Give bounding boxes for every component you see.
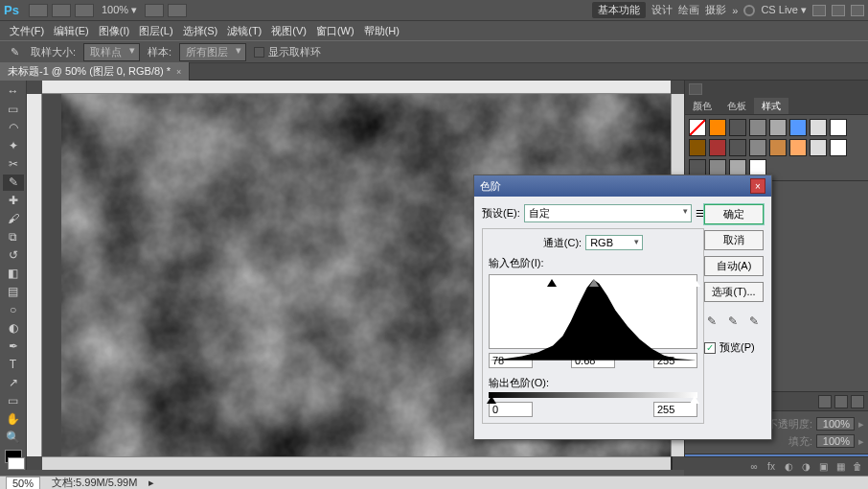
workspace-design[interactable]: 设计 <box>651 3 673 17</box>
wand-tool[interactable]: ✦ <box>3 138 24 154</box>
zoom-level[interactable]: 100% ▾ <box>102 4 137 16</box>
brush-tool[interactable]: 🖌 <box>3 211 24 227</box>
style-swatch[interactable] <box>709 119 726 136</box>
blur-tool[interactable]: ○ <box>3 302 24 318</box>
path-tool[interactable]: ↗ <box>3 375 24 391</box>
cslive-label[interactable]: CS Live ▾ <box>761 4 807 16</box>
highlight-slider[interactable] <box>691 279 700 287</box>
menu-filter[interactable]: 滤镜(T) <box>223 22 265 40</box>
white-eyedropper-icon[interactable]: ✎ <box>746 314 762 329</box>
status-zoom[interactable]: 50% <box>6 477 40 490</box>
type-tool[interactable]: T <box>3 357 24 373</box>
tab-styles[interactable]: 样式 <box>754 98 788 114</box>
channel-dropdown[interactable]: RGB <box>585 235 643 250</box>
output-gradient[interactable] <box>489 392 697 398</box>
style-swatch[interactable] <box>769 119 787 136</box>
viewextras-icon[interactable] <box>75 4 94 17</box>
style-swatch[interactable] <box>709 139 726 156</box>
workspace-photo[interactable]: 摄影 <box>705 3 726 17</box>
sample-size-dropdown[interactable]: 取样点 <box>83 43 140 61</box>
cancel-button[interactable]: 取消 <box>704 230 764 250</box>
ok-button[interactable]: 确定 <box>704 204 764 224</box>
style-swatch[interactable] <box>789 139 807 156</box>
scrollbar-horizontal[interactable] <box>42 456 671 470</box>
opacity-value[interactable]: 100% <box>816 417 855 431</box>
panel-collapse-icon[interactable] <box>689 83 702 95</box>
group-icon[interactable]: ▣ <box>816 460 830 474</box>
sample-dropdown[interactable]: 所有图层 <box>179 43 246 61</box>
fill-flyout-icon[interactable]: ▸ <box>858 435 864 448</box>
workspace-more[interactable]: » <box>732 5 738 16</box>
menu-image[interactable]: 图像(I) <box>95 22 133 40</box>
zoom-tool[interactable]: 🔍 <box>3 429 24 445</box>
output-black-slider[interactable] <box>487 396 496 404</box>
cslive-icon[interactable] <box>743 5 755 16</box>
new-layer-icon[interactable]: ▦ <box>834 460 847 474</box>
menu-window[interactable]: 窗口(W) <box>312 22 358 40</box>
black-eyedropper-icon[interactable]: ✎ <box>704 314 720 329</box>
style-swatch[interactable] <box>830 119 847 136</box>
minimize-button[interactable] <box>812 5 826 16</box>
style-swatch[interactable] <box>810 139 827 156</box>
style-swatch[interactable] <box>789 119 807 136</box>
shape-tool[interactable]: ▭ <box>3 392 24 408</box>
link-layers-icon[interactable]: ∞ <box>747 460 761 474</box>
options-button[interactable]: 选项(T)... <box>704 282 764 302</box>
lasso-tool[interactable]: ◠ <box>3 120 24 136</box>
ruler-horizontal[interactable] <box>42 81 671 94</box>
move-tool[interactable]: ↔ <box>3 83 24 100</box>
opacity-flyout-icon[interactable]: ▸ <box>858 418 864 431</box>
style-swatch[interactable] <box>689 139 706 156</box>
style-swatch[interactable] <box>830 139 847 156</box>
ruler-vertical[interactable] <box>27 94 42 456</box>
pen-tool[interactable]: ✒ <box>3 338 24 355</box>
mask-add-icon[interactable]: ◐ <box>782 460 795 474</box>
tab-swatches[interactable]: 色板 <box>720 98 754 114</box>
dialog-close-button[interactable]: × <box>750 178 765 194</box>
eyedropper-icon[interactable]: ✎ <box>6 44 23 59</box>
stamp-tool[interactable]: ⧉ <box>3 229 24 245</box>
output-white-field[interactable] <box>653 402 697 417</box>
midtone-slider[interactable] <box>589 279 599 287</box>
auto-button[interactable]: 自动(A) <box>704 256 764 276</box>
menu-layer[interactable]: 图层(L) <box>135 22 176 40</box>
style-swatch[interactable] <box>769 139 787 156</box>
fill-value[interactable]: 100% <box>816 434 855 448</box>
history-brush-tool[interactable]: ↺ <box>3 247 24 264</box>
menu-edit[interactable]: 编辑(E) <box>50 22 93 40</box>
workspace-paint[interactable]: 绘画 <box>678 3 699 17</box>
background-swatch[interactable] <box>8 457 25 470</box>
menu-help[interactable]: 帮助(H) <box>360 22 403 40</box>
status-flyout-icon[interactable]: ▸ <box>148 477 154 489</box>
link-icon[interactable] <box>818 395 832 408</box>
tab-close-icon[interactable]: × <box>176 67 181 77</box>
hand-tool[interactable]: ✋ <box>3 410 24 427</box>
screenmode-icon[interactable] <box>168 4 187 17</box>
menu-view[interactable]: 视图(V) <box>267 22 310 40</box>
style-swatch[interactable] <box>749 139 766 156</box>
bridge-icon[interactable] <box>29 4 48 17</box>
menu-file[interactable]: 文件(F) <box>6 22 48 40</box>
style-swatch[interactable] <box>749 119 766 136</box>
dodge-tool[interactable]: ◐ <box>3 320 24 337</box>
tab-color[interactable]: 颜色 <box>685 98 720 114</box>
minibridge-icon[interactable] <box>52 4 71 17</box>
shadow-slider[interactable] <box>547 279 557 287</box>
gradient-tool[interactable]: ▤ <box>3 284 24 300</box>
preset-menu-icon[interactable]: ☰ <box>696 208 704 219</box>
preset-dropdown[interactable]: 自定 <box>524 204 692 222</box>
fx-icon[interactable]: fx <box>765 460 778 474</box>
output-black-field[interactable] <box>489 402 533 417</box>
restore-button[interactable] <box>832 5 845 16</box>
dialog-titlebar[interactable]: 色阶 × <box>474 175 771 197</box>
style-swatch[interactable] <box>729 119 746 136</box>
marquee-tool[interactable]: ▭ <box>3 102 24 118</box>
style-swatch[interactable] <box>689 119 706 136</box>
heal-tool[interactable]: ✚ <box>3 193 24 209</box>
menu-icon[interactable] <box>851 395 864 408</box>
eyedropper-tool[interactable]: ✎ <box>3 175 24 191</box>
mask-icon[interactable] <box>834 395 848 408</box>
adjustment-icon[interactable]: ◑ <box>799 460 812 474</box>
eraser-tool[interactable]: ◧ <box>3 266 24 282</box>
preview-checkbox[interactable]: ✓预览(P) <box>704 340 764 355</box>
